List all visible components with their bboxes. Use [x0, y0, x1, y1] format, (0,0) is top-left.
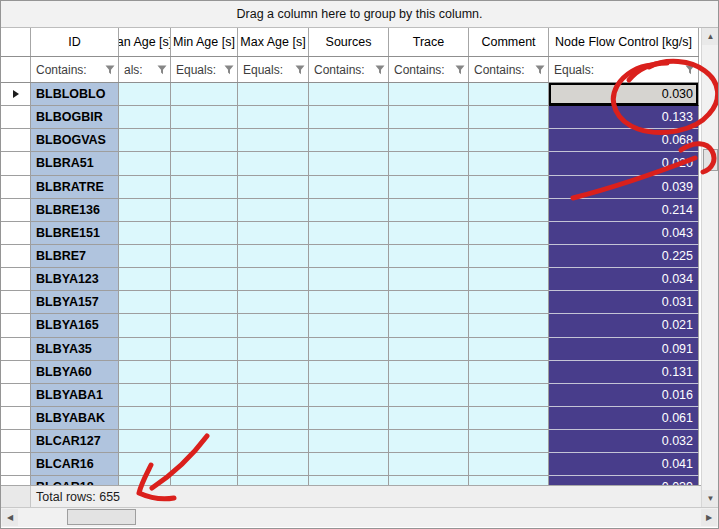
- cell-trace[interactable]: [389, 384, 469, 407]
- cell-min_age[interactable]: [171, 476, 238, 485]
- cell-mean_age[interactable]: [119, 430, 171, 453]
- column-header-trace[interactable]: Trace: [389, 28, 469, 56]
- cell-trace[interactable]: [389, 129, 469, 152]
- row-indicator-cell[interactable]: [1, 83, 31, 106]
- cell-comment[interactable]: [469, 222, 549, 245]
- cell-trace[interactable]: [389, 291, 469, 314]
- cell-min_age[interactable]: [171, 83, 238, 106]
- scroll-up-button[interactable]: ▲: [702, 28, 719, 45]
- cell-trace[interactable]: [389, 476, 469, 485]
- filter-cell-comment[interactable]: Contains:: [469, 57, 549, 82]
- cell-comment[interactable]: [469, 361, 549, 384]
- cell-sources[interactable]: [309, 338, 389, 361]
- cell-sources[interactable]: [309, 199, 389, 222]
- cell-id[interactable]: BLCAR18: [31, 476, 119, 485]
- row-indicator-cell[interactable]: [1, 430, 31, 453]
- cell-comment[interactable]: [469, 152, 549, 175]
- cell-sources[interactable]: [309, 268, 389, 291]
- cell-max_age[interactable]: [238, 245, 309, 268]
- cell-id[interactable]: BLBRE136: [31, 199, 119, 222]
- cell-mean_age[interactable]: [119, 199, 171, 222]
- cell-id[interactable]: BLBYABA1: [31, 384, 119, 407]
- column-header-min_age[interactable]: Min Age [s]: [171, 28, 238, 56]
- cell-min_age[interactable]: [171, 245, 238, 268]
- cell-mean_age[interactable]: [119, 268, 171, 291]
- cell-sources[interactable]: [309, 106, 389, 129]
- cell-node_flow[interactable]: 0.214: [549, 199, 699, 222]
- cell-node_flow[interactable]: 0.061: [549, 407, 699, 430]
- cell-mean_age[interactable]: [119, 222, 171, 245]
- cell-comment[interactable]: [469, 338, 549, 361]
- cell-node_flow[interactable]: 0.131: [549, 361, 699, 384]
- scroll-down-button[interactable]: ▼: [702, 490, 719, 507]
- cell-trace[interactable]: [389, 152, 469, 175]
- filter-funnel-icon[interactable]: [535, 65, 545, 75]
- cell-id[interactable]: BLBRE7: [31, 245, 119, 268]
- cell-mean_age[interactable]: [119, 314, 171, 337]
- horizontal-scrollbar-thumb[interactable]: [67, 509, 136, 525]
- cell-min_age[interactable]: [171, 407, 238, 430]
- filter-cell-node_flow[interactable]: Equals:: [549, 57, 699, 82]
- row-indicator-cell[interactable]: [1, 268, 31, 291]
- cell-node_flow[interactable]: 0.043: [549, 222, 699, 245]
- cell-mean_age[interactable]: [119, 106, 171, 129]
- cell-comment[interactable]: [469, 245, 549, 268]
- vertical-scrollbar-thumb[interactable]: [703, 149, 718, 171]
- cell-min_age[interactable]: [171, 314, 238, 337]
- cell-max_age[interactable]: [238, 83, 309, 106]
- cell-max_age[interactable]: [238, 291, 309, 314]
- cell-comment[interactable]: [469, 129, 549, 152]
- cell-mean_age[interactable]: [119, 245, 171, 268]
- cell-sources[interactable]: [309, 291, 389, 314]
- cell-sources[interactable]: [309, 83, 389, 106]
- cell-node_flow[interactable]: 0.016: [549, 384, 699, 407]
- cell-trace[interactable]: [389, 314, 469, 337]
- cell-mean_age[interactable]: [119, 453, 171, 476]
- filter-funnel-icon[interactable]: [295, 65, 305, 75]
- cell-id[interactable]: BLBOGBIR: [31, 106, 119, 129]
- cell-comment[interactable]: [469, 314, 549, 337]
- cell-id[interactable]: BLCAR127: [31, 430, 119, 453]
- cell-trace[interactable]: [389, 268, 469, 291]
- cell-node_flow[interactable]: 0.133: [549, 106, 699, 129]
- cell-id[interactable]: BLCAR16: [31, 453, 119, 476]
- scroll-right-button[interactable]: ▶: [701, 509, 717, 526]
- cell-node_flow[interactable]: 0.032: [549, 430, 699, 453]
- cell-mean_age[interactable]: [119, 476, 171, 485]
- column-header-max_age[interactable]: Max Age [s]: [238, 28, 309, 56]
- cell-trace[interactable]: [389, 83, 469, 106]
- cell-node_flow[interactable]: 0.020: [549, 152, 699, 175]
- cell-max_age[interactable]: [238, 129, 309, 152]
- column-header-mean_age[interactable]: an Age [s]: [119, 28, 171, 56]
- cell-trace[interactable]: [389, 245, 469, 268]
- group-by-panel[interactable]: Drag a column here to group by this colu…: [1, 1, 718, 28]
- cell-max_age[interactable]: [238, 314, 309, 337]
- filter-cell-trace[interactable]: Contains:: [389, 57, 469, 82]
- cell-id[interactable]: BLBYABAK: [31, 407, 119, 430]
- row-indicator-cell[interactable]: [1, 129, 31, 152]
- cell-id[interactable]: BLBRATRE: [31, 176, 119, 199]
- cell-id[interactable]: BLBLOBLO: [31, 83, 119, 106]
- cell-id[interactable]: BLBYA157: [31, 291, 119, 314]
- cell-sources[interactable]: [309, 430, 389, 453]
- cell-trace[interactable]: [389, 222, 469, 245]
- cell-comment[interactable]: [469, 430, 549, 453]
- filter-funnel-icon[interactable]: [105, 65, 115, 75]
- cell-id[interactable]: BLBYA165: [31, 314, 119, 337]
- horizontal-scrollbar[interactable]: ◀ ▶: [1, 507, 718, 527]
- row-indicator-cell[interactable]: [1, 338, 31, 361]
- cell-trace[interactable]: [389, 199, 469, 222]
- cell-sources[interactable]: [309, 222, 389, 245]
- cell-min_age[interactable]: [171, 291, 238, 314]
- cell-max_age[interactable]: [238, 222, 309, 245]
- row-indicator-cell[interactable]: [1, 361, 31, 384]
- filter-cell-mean_age[interactable]: als:: [119, 57, 171, 82]
- cell-mean_age[interactable]: [119, 384, 171, 407]
- cell-node_flow[interactable]: 0.030: [549, 83, 699, 106]
- cell-mean_age[interactable]: [119, 152, 171, 175]
- cell-id[interactable]: BLBOGVAS: [31, 129, 119, 152]
- cell-id[interactable]: BLBRA51: [31, 152, 119, 175]
- cell-comment[interactable]: [469, 453, 549, 476]
- cell-max_age[interactable]: [238, 453, 309, 476]
- cell-comment[interactable]: [469, 106, 549, 129]
